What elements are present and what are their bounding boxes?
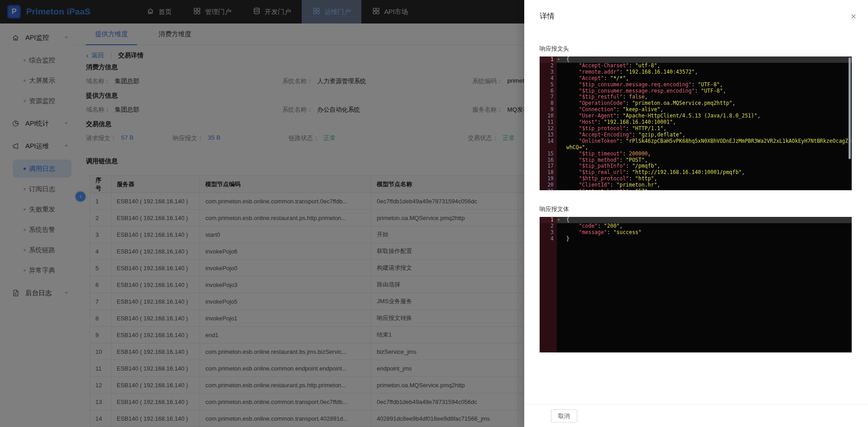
code-line: 10 "User-Agent": "Apache-HttpClient/4.5.… xyxy=(540,113,852,119)
code-content: { xyxy=(557,217,852,223)
line-number: 21 xyxy=(540,188,557,190)
code-line: 3 "message": "success" xyxy=(540,230,852,236)
line-number: 18 xyxy=(540,169,557,176)
line-number: 17 xyxy=(540,163,557,169)
code-content: } xyxy=(557,236,852,242)
code-content: "code": "200", xyxy=(557,223,852,230)
line-number: 15 xyxy=(540,151,557,157)
code-line: 20 "ClientId": "primeton.hr", xyxy=(540,182,852,188)
line-number: 2 xyxy=(540,63,557,69)
detail-drawer: 详情 × 响应报文头1▾{2 "Accept-Charset": "utf-8"… xyxy=(524,0,868,427)
line-number: 7 xyxy=(540,94,557,100)
code-line: 5 "$tip_consumer.message.req.encoding": … xyxy=(540,82,852,88)
code-content: "Connection": "keep-alive", xyxy=(557,107,852,113)
code-line: 9 "Connection": "keep-alive", xyxy=(540,107,852,113)
code-content: "$tip_consumer.message.resp.encoding": "… xyxy=(557,88,852,94)
code-content: "$tip_timeout": 200000, xyxy=(557,151,852,157)
drawer-title: 详情 xyxy=(524,0,868,21)
code-content: "message": "success" xyxy=(557,230,852,236)
scrollbar-thumb[interactable] xyxy=(849,57,851,159)
line-number: 19 xyxy=(540,176,557,182)
line-number: 14 xyxy=(540,138,557,151)
code-line: 17 "$tip_pathInfo": "/pmqfb", xyxy=(540,163,852,169)
line-number: 1▾ xyxy=(540,217,557,223)
code-content: "Accept-Charset": "utf-8", xyxy=(557,63,852,69)
line-number: 16 xyxy=(540,157,557,164)
close-icon[interactable]: × xyxy=(851,11,856,21)
code-line: 12 "$tip_protocol": "HTTP/1.1", xyxy=(540,126,852,132)
code-line: 8 "OperationCode": "primeton.oa.MQServic… xyxy=(540,100,852,107)
fold-caret-icon[interactable]: ▾ xyxy=(558,56,560,63)
code-line: 7 "$tip_restful": false, xyxy=(540,94,852,100)
code-content: "Accept": "*/*", xyxy=(557,75,852,82)
line-number: 8 xyxy=(540,100,557,107)
code-line: 19 "$http_protocol": "http", xyxy=(540,176,852,182)
code-content: "User-Agent": "Apache-HttpClient/4.5.13 … xyxy=(557,113,852,119)
code-content: "OnlineToken": "rPlSk46zpCBaH5vPK68hq5xN… xyxy=(557,138,852,151)
line-number: 6 xyxy=(540,88,557,94)
code-editor[interactable]: 1▾{2 "code": "200",3 "message": "success… xyxy=(540,217,852,352)
line-number: 4 xyxy=(540,75,557,82)
code-content: "$tip_pathInfo": "/pmqfb", xyxy=(557,163,852,169)
line-number: 11 xyxy=(540,119,557,126)
code-content: "remote.addr": "192.168.16.140:43572", xyxy=(557,69,852,75)
code-content: "ClientId": "primeton.hr", xyxy=(557,182,852,188)
code-content: "$tip_restful": false, xyxy=(557,94,852,100)
drawer-footer: 取消 xyxy=(524,404,868,427)
code-line: 3 "remote.addr": "192.168.16.140:43572", xyxy=(540,69,852,75)
code-content: "$tip_method": "POST", xyxy=(557,157,852,164)
line-number: 3 xyxy=(540,230,557,236)
code-editor[interactable]: 1▾{2 "Accept-Charset": "utf-8",3 "remote… xyxy=(540,56,852,190)
code-line: 4 "Accept": "*/*", xyxy=(540,75,852,82)
code-line: 21 "Content-Length": "57" xyxy=(540,188,852,190)
code-line: 15 "$tip_timeout": 200000, xyxy=(540,151,852,157)
code-line: 2 "Accept-Charset": "utf-8", xyxy=(540,63,852,69)
code-content: "$tip_consumer.message.req.encoding": "U… xyxy=(557,82,852,88)
code-line: 11 "Host": "192.168.16.140:10001", xyxy=(540,119,852,126)
code-line: 1▾{ xyxy=(540,217,852,223)
line-number: 20 xyxy=(540,182,557,188)
code-line: 13 "Accept-Encoding": "gzip,deflate", xyxy=(540,132,852,138)
code-line: 2 "code": "200", xyxy=(540,223,852,230)
line-number: 2 xyxy=(540,223,557,230)
code-line: 16 "$tip_method": "POST", xyxy=(540,157,852,164)
line-number: 12 xyxy=(540,126,557,132)
line-number: 9 xyxy=(540,107,557,113)
code-content: "Host": "192.168.16.140:10001", xyxy=(557,119,852,126)
code-content: "$tip_protocol": "HTTP/1.1", xyxy=(557,126,852,132)
code-line: 6 "$tip_consumer.message.resp.encoding":… xyxy=(540,88,852,94)
line-number: 1▾ xyxy=(540,56,557,63)
line-number: 10 xyxy=(540,113,557,119)
code-content: { xyxy=(557,56,852,63)
code-line: 14 "OnlineToken": "rPlSk46zpCBaH5vPK68hq… xyxy=(540,138,852,151)
line-number: 3 xyxy=(540,69,557,75)
code-line: 4} xyxy=(540,236,852,242)
fold-caret-icon[interactable]: ▾ xyxy=(558,217,560,223)
code-content: "Content-Length": "57" xyxy=(557,188,852,190)
code-line: 1▾{ xyxy=(540,56,852,63)
drawer-body: 响应报文头1▾{2 "Accept-Charset": "utf-8",3 "r… xyxy=(524,45,868,352)
line-number: 4 xyxy=(540,236,557,242)
code-line: 18 "$tip_real_url": "http://192.168.16.1… xyxy=(540,169,852,176)
code-content: "$tip_real_url": "http://192.168.16.140:… xyxy=(557,169,852,176)
code-content: "OperationCode": "primeton.oa.MQService.… xyxy=(557,100,852,107)
code-content: "$http_protocol": "http", xyxy=(557,176,852,182)
code-block-label: 响应报文头 xyxy=(540,45,868,53)
code-block-label: 响应报文体 xyxy=(540,205,868,213)
cancel-button[interactable]: 取消 xyxy=(551,409,577,422)
line-number: 13 xyxy=(540,132,557,138)
code-content: "Accept-Encoding": "gzip,deflate", xyxy=(557,132,852,138)
line-number: 5 xyxy=(540,82,557,88)
